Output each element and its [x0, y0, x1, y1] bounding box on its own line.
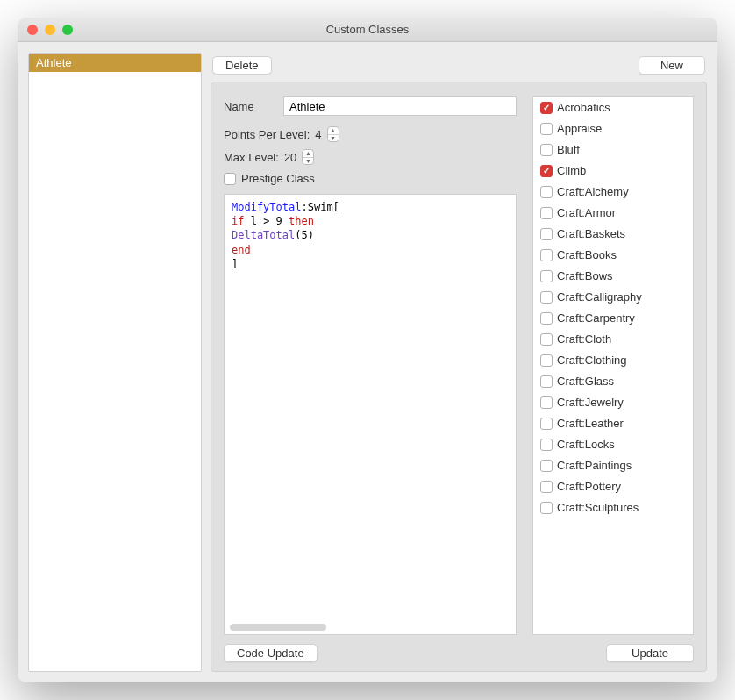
code-token: if — [232, 215, 244, 227]
skill-label: Craft:Cloth — [557, 332, 611, 346]
skill-list[interactable]: AcrobaticsAppraiseBluffClimbCraft:Alchem… — [532, 96, 694, 635]
code-update-button[interactable]: Code Update — [224, 644, 318, 662]
chevron-up-icon[interactable]: ▲ — [303, 150, 313, 158]
skill-row[interactable]: Craft:Sculptures — [540, 501, 686, 514]
horizontal-scrollbar[interactable] — [230, 624, 326, 631]
skill-label: Craft:Clothing — [557, 354, 626, 367]
code-token: end — [232, 244, 251, 256]
skill-checkbox[interactable] — [540, 375, 553, 388]
skill-label: Craft:Calligraphy — [557, 290, 642, 304]
skill-label: Craft:Pottery — [557, 480, 621, 493]
skill-checkbox[interactable] — [540, 186, 553, 198]
left-column: Name Points Per Level:4 ▲ ▼ Max Level: 2… — [224, 96, 517, 635]
skill-checkbox[interactable] — [540, 165, 553, 177]
skill-label: Craft:Leather — [557, 417, 624, 430]
code-token: ModifyTotal — [232, 201, 301, 213]
chevron-up-icon[interactable]: ▲ — [328, 127, 339, 135]
skill-row[interactable]: Craft:Pottery — [540, 480, 686, 493]
class-list[interactable]: Athlete — [28, 53, 202, 672]
skill-row[interactable]: Craft:Glass — [540, 375, 686, 388]
skill-checkbox[interactable] — [540, 207, 553, 219]
skill-row[interactable]: Craft:Clothing — [540, 354, 686, 367]
top-toolbar: Delete New — [211, 53, 707, 75]
skill-label: Appraise — [557, 122, 602, 135]
prestige-checkbox[interactable] — [224, 173, 236, 185]
skill-row[interactable]: Craft:Calligraphy — [540, 290, 686, 304]
skill-row[interactable]: Acrobatics — [540, 101, 686, 114]
code-token: l > 9 — [244, 215, 289, 227]
skill-checkbox[interactable] — [540, 291, 553, 304]
code-editor[interactable]: ModifyTotal:Swim[ if l > 9 then DeltaTot… — [224, 194, 517, 635]
skill-label: Craft:Bows — [557, 269, 613, 282]
skill-row[interactable]: Appraise — [540, 122, 686, 135]
name-row: Name — [224, 96, 517, 116]
skill-label: Climb — [557, 164, 586, 177]
new-button[interactable]: New — [639, 56, 705, 75]
maxlevel-row: Max Level: 20 ▲ ▼ — [224, 149, 517, 165]
skill-row[interactable]: Craft:Books — [540, 248, 686, 261]
maxlevel-stepper[interactable]: ▲ ▼ — [302, 149, 314, 165]
skill-row[interactable]: Craft:Alchemy — [540, 185, 686, 198]
skill-label: Craft:Carpentry — [557, 311, 635, 325]
skill-row[interactable]: Craft:Jewelry — [540, 396, 686, 409]
skill-label: Craft:Alchemy — [557, 185, 629, 198]
skill-checkbox[interactable] — [540, 481, 553, 493]
skill-checkbox[interactable] — [540, 102, 553, 114]
points-stepper[interactable]: ▲ ▼ — [327, 126, 339, 142]
skill-checkbox[interactable] — [540, 460, 553, 472]
skill-checkbox[interactable] — [540, 354, 553, 367]
right-column: AcrobaticsAppraiseBluffClimbCraft:Alchem… — [532, 96, 694, 635]
skill-checkbox[interactable] — [540, 396, 553, 409]
chevron-down-icon[interactable]: ▼ — [328, 135, 339, 142]
skill-checkbox[interactable] — [540, 270, 553, 282]
skill-row[interactable]: Craft:Paintings — [540, 459, 686, 472]
skill-label: Craft:Jewelry — [557, 396, 624, 409]
skill-label: Bluff — [557, 143, 580, 156]
skill-checkbox[interactable] — [540, 249, 553, 261]
name-input[interactable] — [283, 96, 517, 116]
code-token: (5) — [295, 229, 314, 241]
prestige-row[interactable]: Prestige Class — [224, 172, 517, 185]
code-token: ] — [232, 258, 238, 270]
max-value: 20 — [284, 151, 296, 164]
skill-row[interactable]: Craft:Baskets — [540, 227, 686, 240]
skill-row[interactable]: Craft:Cloth — [540, 332, 686, 346]
skill-checkbox[interactable] — [540, 418, 553, 430]
window-title: Custom Classes — [18, 23, 717, 36]
skill-checkbox[interactable] — [540, 439, 553, 451]
skill-label: Craft:Sculptures — [557, 501, 639, 514]
skill-row[interactable]: Climb — [540, 164, 686, 177]
code-token: DeltaTotal — [232, 229, 295, 241]
skill-row[interactable]: Craft:Leather — [540, 417, 686, 430]
skill-row[interactable]: Craft:Locks — [540, 438, 686, 451]
code-token: :Swim[ — [301, 201, 339, 213]
skill-row[interactable]: Craft:Bows — [540, 269, 686, 282]
skill-checkbox[interactable] — [540, 228, 553, 240]
code-token: then — [289, 215, 314, 227]
skill-label: Craft:Paintings — [557, 459, 632, 472]
panel-top: Name Points Per Level:4 ▲ ▼ Max Level: 2… — [224, 96, 694, 635]
skill-checkbox[interactable] — [540, 312, 553, 325]
skill-row[interactable]: Bluff — [540, 143, 686, 156]
prestige-label: Prestige Class — [241, 172, 315, 185]
update-button[interactable]: Update — [606, 644, 694, 662]
skill-checkbox[interactable] — [540, 502, 553, 514]
bottom-toolbar: Code Update Update — [224, 635, 694, 662]
points-label: Points Per Level: — [224, 128, 310, 141]
skill-row[interactable]: Craft:Armor — [540, 206, 686, 219]
points-value: 4 — [315, 128, 321, 141]
skill-checkbox[interactable] — [540, 144, 553, 156]
titlebar: Custom Classes — [18, 18, 717, 42]
name-label: Name — [224, 100, 276, 113]
points-row: Points Per Level:4 ▲ ▼ — [224, 126, 517, 142]
delete-button[interactable]: Delete — [212, 56, 272, 75]
skill-label: Craft:Locks — [557, 438, 615, 451]
skill-label: Craft:Baskets — [557, 227, 625, 240]
sidebar-item-class[interactable]: Athlete — [29, 54, 201, 72]
skill-label: Acrobatics — [557, 101, 610, 114]
content: Athlete Delete New Name Points Per Level… — [18, 42, 717, 682]
chevron-down-icon[interactable]: ▼ — [303, 158, 313, 165]
skill-checkbox[interactable] — [540, 123, 553, 135]
skill-checkbox[interactable] — [540, 333, 553, 346]
skill-row[interactable]: Craft:Carpentry — [540, 311, 686, 325]
